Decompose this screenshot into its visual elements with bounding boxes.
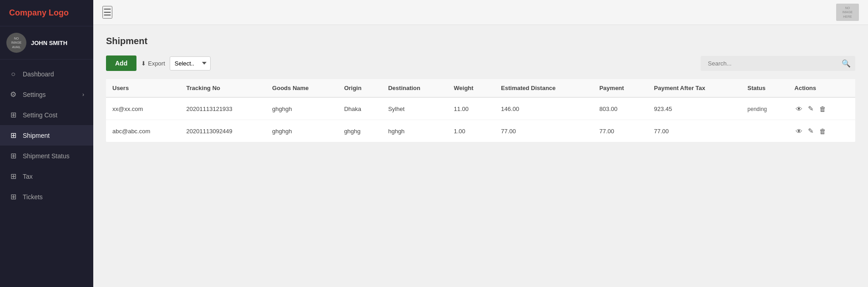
edit-button[interactable]: ✎ [807, 126, 815, 136]
col-header-payment: Payment [593, 79, 647, 97]
table-cell: 11.00 [448, 97, 495, 120]
sidebar-item-tax[interactable]: ⊞ Tax [0, 166, 93, 186]
chevron-right-icon: › [82, 91, 84, 98]
sidebar-item-label: Settings [23, 91, 46, 98]
table-cell: 20201113121933 [180, 97, 266, 120]
col-header-payment-after-tax: Payment After Tax [648, 79, 742, 97]
sidebar-item-label: Shipment Status [23, 152, 70, 160]
table-cell: 77.00 [593, 120, 647, 142]
table-cell: 20201113092449 [180, 120, 266, 142]
export-icon: ⬇ [141, 60, 146, 67]
edit-button[interactable]: ✎ [807, 104, 815, 114]
sidebar-item-label: Shipment [23, 132, 50, 139]
shipment-icon: ⊞ [9, 131, 17, 140]
table-cell: Dhaka [338, 97, 382, 120]
topbar: ☰ NOIMAGEHERE [93, 0, 868, 25]
content-area: Shipment Add ⬇ Export Select.. CSV Excel… [93, 25, 868, 287]
page-title: Shipment [106, 36, 855, 46]
toolbar: Add ⬇ Export Select.. CSV Excel PDF 🔍 [106, 55, 855, 71]
table-cell: 923.45 [648, 97, 742, 120]
tickets-icon: ⊞ [9, 192, 17, 201]
export-select[interactable]: Select.. CSV Excel PDF [170, 56, 211, 70]
table-row: xx@xx.com20201113121933ghghghDhakaSylhet… [106, 97, 855, 120]
username: JOHN SMITH [31, 40, 67, 46]
tax-icon: ⊞ [9, 172, 17, 181]
main-area: ☰ NOIMAGEHERE Shipment Add ⬇ Export Sele… [93, 0, 868, 287]
company-logo: Company Logo [0, 0, 93, 26]
export-label: ⬇ Export [141, 60, 165, 67]
delete-button[interactable]: 🗑 [818, 126, 828, 136]
table-cell: hghgh [382, 120, 447, 142]
sidebar-item-shipment-status[interactable]: ⊞ Shipment Status [0, 146, 93, 166]
table-cell: 146.00 [495, 97, 593, 120]
sidebar-item-label: Dashboard [23, 70, 54, 78]
col-header-actions: Actions [788, 79, 855, 97]
delete-button[interactable]: 🗑 [818, 104, 828, 114]
sidebar-item-setting-cost[interactable]: ⊞ Setting Cost [0, 105, 93, 125]
table-cell: ghghg [338, 120, 382, 142]
sidebar-item-label: Tickets [23, 193, 43, 201]
setting-cost-icon: ⊞ [9, 111, 17, 119]
hamburger-menu-button[interactable]: ☰ [102, 6, 112, 19]
table-cell: Sylhet [382, 97, 447, 120]
table-cell: ghghgh [266, 120, 338, 142]
actions-cell: 👁 ✎ 🗑 [788, 97, 855, 120]
col-header-estimated-distance: Estimated Distance [495, 79, 593, 97]
col-header-users: Users [106, 79, 180, 97]
settings-icon: ⚙ [9, 90, 17, 99]
col-header-status: Status [741, 79, 788, 97]
topbar-avatar: NOIMAGEHERE [836, 4, 859, 21]
sidebar-item-label: Setting Cost [23, 111, 57, 119]
col-header-weight: Weight [448, 79, 495, 97]
col-header-origin: Origin [338, 79, 382, 97]
add-button[interactable]: Add [106, 55, 136, 71]
table-cell: 77.00 [648, 120, 742, 142]
view-button[interactable]: 👁 [794, 126, 804, 136]
sidebar-nav: ○ Dashboard ⚙ Settings › ⊞ Setting Cost … [0, 60, 93, 287]
dashboard-icon: ○ [9, 70, 17, 78]
actions-cell: 👁 ✎ 🗑 [788, 120, 855, 142]
table-row: abc@abc.com20201113092449ghghghghghghghg… [106, 120, 855, 142]
search-wrapper: 🔍 [701, 56, 855, 71]
view-button[interactable]: 👁 [794, 104, 804, 114]
shipment-status-icon: ⊞ [9, 151, 17, 160]
table-cell: 1.00 [448, 120, 495, 142]
table-cell: xx@xx.com [106, 97, 180, 120]
user-profile: NOIMAGEAVAIL JOHN SMITH [0, 26, 93, 60]
search-button[interactable]: 🔍 [842, 59, 851, 68]
sidebar-item-label: Tax [23, 173, 33, 180]
table-cell: 803.00 [593, 97, 647, 120]
table-cell: 77.00 [495, 120, 593, 142]
sidebar-item-shipment[interactable]: ⊞ Shipment [0, 125, 93, 146]
sidebar-item-settings[interactable]: ⚙ Settings › [0, 84, 93, 105]
shipment-table: Users Tracking No Goods Name Origin Dest… [106, 79, 855, 142]
avatar: NOIMAGEAVAIL [6, 33, 26, 53]
col-header-goods-name: Goods Name [266, 79, 338, 97]
status-badge: pending [747, 106, 767, 112]
col-header-destination: Destination [382, 79, 447, 97]
col-header-tracking-no: Tracking No [180, 79, 266, 97]
table-cell: ghghgh [266, 97, 338, 120]
sidebar-item-tickets[interactable]: ⊞ Tickets [0, 186, 93, 207]
table-cell: abc@abc.com [106, 120, 180, 142]
sidebar-item-dashboard[interactable]: ○ Dashboard [0, 64, 93, 84]
table-cell: pending [741, 97, 788, 120]
search-input[interactable] [705, 56, 842, 71]
table-cell [741, 120, 788, 142]
sidebar: Company Logo NOIMAGEAVAIL JOHN SMITH ○ D… [0, 0, 93, 287]
